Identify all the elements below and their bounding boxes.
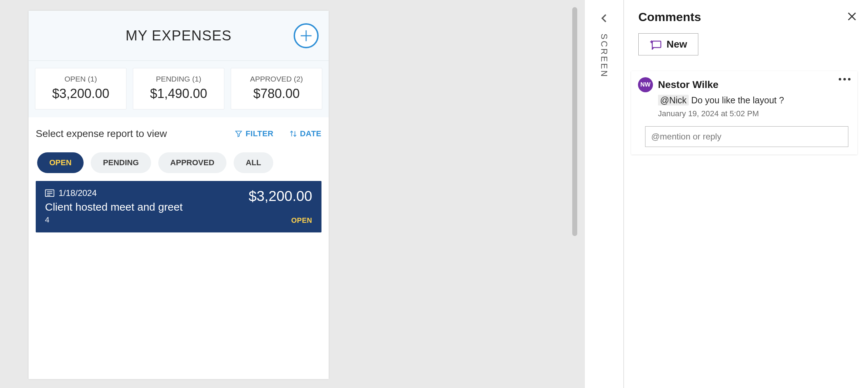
reply-input[interactable] <box>645 126 848 147</box>
expenses-app: MY EXPENSES OPEN (1) $3,200.00 PENDING (… <box>29 11 329 379</box>
comment-card: NW Nestor Wilke @Nick Do you like the la… <box>631 71 857 154</box>
close-icon <box>847 11 857 22</box>
expense-amount: $3,200.00 <box>249 188 312 204</box>
chevron-left-icon[interactable] <box>599 13 609 24</box>
list-tools: FILTER DATE <box>235 129 321 138</box>
expense-sub: 4 <box>45 215 183 225</box>
sort-date-button[interactable]: DATE <box>289 129 321 138</box>
stat-card-pending[interactable]: PENDING (1) $1,490.00 <box>133 68 224 109</box>
add-expense-button[interactable] <box>294 23 319 48</box>
screen-side-tab: SCREEN <box>584 0 624 388</box>
stat-label: APPROVED (2) <box>235 75 318 83</box>
filter-button[interactable]: FILTER <box>235 129 273 138</box>
stat-label: OPEN (1) <box>39 75 123 83</box>
app-header: MY EXPENSES <box>29 11 329 61</box>
screen-tab-label[interactable]: SCREEN <box>599 34 609 78</box>
stat-label: PENDING (1) <box>137 75 220 83</box>
stat-card-approved[interactable]: APPROVED (2) $780.00 <box>231 68 322 109</box>
new-comment-label: New <box>667 39 687 50</box>
comment-menu-button[interactable] <box>839 78 850 80</box>
expense-status: OPEN <box>291 216 312 225</box>
date-label: DATE <box>300 129 321 138</box>
expense-date-row: 1/18/2024 <box>45 188 183 198</box>
app-title: MY EXPENSES <box>125 28 231 44</box>
comments-header: Comments <box>638 10 857 24</box>
filter-icon <box>235 130 243 138</box>
expense-date: 1/18/2024 <box>59 188 97 198</box>
comments-panel: Comments New NW Nestor Wilke @Nick Do yo… <box>624 0 868 388</box>
comment-timestamp: January 19, 2024 at 5:02 PM <box>658 109 850 118</box>
comments-title: Comments <box>638 10 701 24</box>
plus-icon <box>299 29 313 43</box>
stat-value: $1,490.00 <box>137 86 220 101</box>
tab-approved[interactable]: APPROVED <box>158 152 226 173</box>
new-comment-icon <box>649 39 662 50</box>
stat-value: $780.00 <box>235 86 318 101</box>
stats-row: OPEN (1) $3,200.00 PENDING (1) $1,490.00… <box>29 61 329 117</box>
comment-text: Do you like the layout ? <box>691 95 784 105</box>
vertical-scrollbar[interactable] <box>572 0 579 388</box>
list-header: Select expense report to view FILTER DAT… <box>36 128 321 139</box>
comment-head: NW Nestor Wilke <box>638 77 850 92</box>
expense-card[interactable]: 1/18/2024 Client hosted meet and greet 4… <box>36 181 321 232</box>
tab-pending[interactable]: PENDING <box>91 152 151 173</box>
stat-card-open[interactable]: OPEN (1) $3,200.00 <box>35 68 126 109</box>
status-tabs: OPEN PENDING APPROVED ALL <box>36 152 321 173</box>
sort-icon <box>289 130 297 138</box>
new-comment-button[interactable]: New <box>638 33 698 55</box>
expense-title: Client hosted meet and greet <box>45 200 183 214</box>
document-icon <box>45 189 54 197</box>
comment-body: @Nick Do you like the layout ? <box>658 95 850 105</box>
tab-open[interactable]: OPEN <box>37 152 84 173</box>
close-comments-button[interactable] <box>847 11 857 23</box>
comment-author: Nestor Wilke <box>658 79 718 90</box>
comment-mention[interactable]: @Nick <box>658 95 689 105</box>
expense-card-right: $3,200.00 OPEN <box>249 188 312 225</box>
filter-label: FILTER <box>245 129 273 138</box>
expense-list-section: Select expense report to view FILTER DAT… <box>29 117 329 232</box>
svg-rect-10 <box>652 41 661 48</box>
scrollbar-thumb[interactable] <box>572 7 577 236</box>
expense-card-left: 1/18/2024 Client hosted meet and greet 4 <box>45 188 183 225</box>
tab-all[interactable]: ALL <box>234 152 273 173</box>
stat-value: $3,200.00 <box>39 86 123 101</box>
list-title: Select expense report to view <box>36 128 167 139</box>
avatar: NW <box>638 77 653 92</box>
